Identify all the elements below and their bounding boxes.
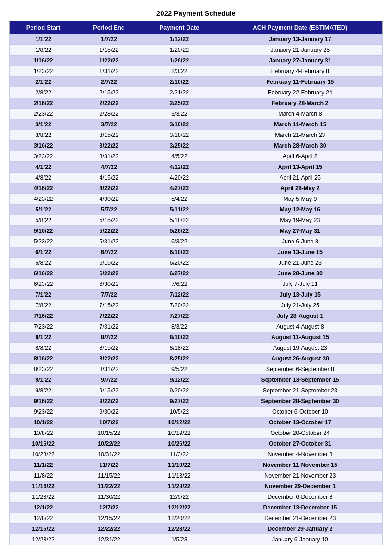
- table-row: 8/8/228/15/228/18/22August 19-August 23: [10, 343, 383, 354]
- ach-cell: January 13-January 17: [218, 34, 382, 45]
- period-start-cell: 4/16/22: [10, 183, 77, 194]
- payment-date-cell: 12/20/22: [141, 513, 218, 524]
- payment-date-cell: 8/18/22: [141, 343, 218, 354]
- table-row: 9/8/229/15/229/20/22September 21-Septemb…: [10, 385, 383, 396]
- table-row: 9/1/229/7/229/12/22September 13-Septembe…: [10, 375, 383, 385]
- ach-cell: September 28-September 30: [218, 396, 382, 407]
- ach-cell: December 29-January 2: [218, 524, 382, 534]
- ach-cell: October 20-October 24: [218, 428, 382, 439]
- payment-date-cell: 2/10/22: [141, 77, 218, 87]
- period-end-cell: 8/7/22: [77, 332, 141, 343]
- table-row: 10/8/2210/15/2210/19/22October 20-Octobe…: [10, 428, 383, 439]
- period-end-cell: 12/31/22: [77, 534, 141, 545]
- period-end-cell: 11/30/22: [77, 492, 141, 503]
- period-start-cell: 10/8/22: [10, 428, 77, 439]
- ach-cell: August 19-August 23: [218, 343, 382, 354]
- payment-date-cell: 4/5/22: [141, 151, 218, 162]
- period-start-cell: 3/16/22: [10, 141, 77, 151]
- period-end-cell: 1/22/22: [77, 56, 141, 66]
- table-row: 1/23/221/31/222/3/22February 4-February …: [10, 66, 383, 77]
- ach-cell: August 26-August 30: [218, 354, 382, 364]
- table-row: 12/23/2212/31/221/5/23January 6-January …: [10, 534, 383, 545]
- table-row: 7/16/227/22/227/27/22July 28-August 1: [10, 311, 383, 322]
- table-row: 5/8/225/15/225/18/22May 19-May 23: [10, 215, 383, 226]
- ach-cell: July 21-July 25: [218, 300, 382, 311]
- period-start-cell: 10/23/22: [10, 449, 77, 460]
- table-row: 1/16/221/22/221/26/22January 27-January …: [10, 56, 383, 66]
- period-end-cell: 11/15/22: [77, 471, 141, 481]
- ach-cell: December 13-December 15: [218, 503, 382, 513]
- ach-cell: July 7-July 11: [218, 279, 382, 290]
- period-start-cell: 4/23/22: [10, 194, 77, 205]
- ach-cell: October 13-October 17: [218, 417, 382, 428]
- ach-cell: May 5-May 9: [218, 194, 382, 205]
- period-end-cell: 7/22/22: [77, 311, 141, 322]
- payment-date-cell: 1/5/23: [141, 534, 218, 545]
- table-row: 6/16/226/22/226/27/22June 28-June 30: [10, 268, 383, 279]
- table-row: 5/23/225/31/226/3/22June 6-June 8: [10, 236, 383, 247]
- period-start-cell: 9/16/22: [10, 396, 77, 407]
- period-end-cell: 4/22/22: [77, 183, 141, 194]
- table-row: 1/1/221/7/221/12/22January 13-January 17: [10, 34, 383, 45]
- payment-date-cell: 5/11/22: [141, 205, 218, 215]
- period-end-cell: 2/15/22: [77, 87, 141, 98]
- period-end-cell: 3/7/22: [77, 119, 141, 130]
- period-end-cell: 10/22/22: [77, 439, 141, 449]
- period-end-cell: 12/15/22: [77, 513, 141, 524]
- table-row: 10/16/2210/22/2210/26/22October 27-Octob…: [10, 439, 383, 449]
- period-start-cell: 11/8/22: [10, 471, 77, 481]
- period-end-cell: 5/7/22: [77, 205, 141, 215]
- ach-cell: February 11-February 15: [218, 77, 382, 87]
- period-start-cell: 9/1/22: [10, 375, 77, 385]
- payment-date-cell: 7/6/22: [141, 279, 218, 290]
- period-start-cell: 3/1/22: [10, 119, 77, 130]
- ach-cell: June 28-June 30: [218, 268, 382, 279]
- table-row: 7/8/227/15/227/20/22July 21-July 25: [10, 300, 383, 311]
- table-header-row: Period Start Period End Payment Date ACH…: [10, 21, 383, 34]
- period-start-cell: 10/1/22: [10, 417, 77, 428]
- period-end-cell: 9/15/22: [77, 385, 141, 396]
- period-end-cell: 4/15/22: [77, 173, 141, 183]
- table-row: 11/8/2211/15/2211/18/22November 21-Novem…: [10, 471, 383, 481]
- payment-date-cell: 1/20/22: [141, 45, 218, 56]
- payment-date-cell: 8/10/22: [141, 332, 218, 343]
- period-start-cell: 8/23/22: [10, 364, 77, 375]
- period-end-cell: 2/7/22: [77, 77, 141, 87]
- period-end-cell: 7/7/22: [77, 290, 141, 300]
- period-start-cell: 5/23/22: [10, 236, 77, 247]
- table-row: 8/16/228/22/228/25/22August 26-August 30: [10, 354, 383, 364]
- payment-date-cell: 4/12/22: [141, 162, 218, 173]
- period-start-cell: 8/1/22: [10, 332, 77, 343]
- payment-date-cell: 2/21/22: [141, 87, 218, 98]
- ach-cell: August 4-August 8: [218, 322, 382, 332]
- table-row: 2/23/222/28/223/3/22March 4-March 8: [10, 109, 383, 119]
- period-start-cell: 2/8/22: [10, 87, 77, 98]
- payment-date-cell: 12/5/22: [141, 492, 218, 503]
- period-end-cell: 7/31/22: [77, 322, 141, 332]
- payment-date-cell: 6/20/22: [141, 258, 218, 268]
- ach-cell: April 21-April 25: [218, 173, 382, 183]
- ach-cell: December 6-December 8: [218, 492, 382, 503]
- payment-date-cell: 7/12/22: [141, 290, 218, 300]
- period-end-cell: 3/31/22: [77, 151, 141, 162]
- payment-date-cell: 10/26/22: [141, 439, 218, 449]
- period-start-cell: 1/16/22: [10, 56, 77, 66]
- ach-cell: April 13-April 15: [218, 162, 382, 173]
- table-row: 6/1/226/7/226/10/22June 13-June 15: [10, 247, 383, 258]
- payment-date-cell: 11/18/22: [141, 471, 218, 481]
- period-end-cell: 2/22/22: [77, 98, 141, 109]
- ach-cell: March 21-March 23: [218, 130, 382, 141]
- table-row: 3/23/223/31/224/5/22April 6-April 8: [10, 151, 383, 162]
- period-start-cell: 12/1/22: [10, 503, 77, 513]
- table-row: 7/1/227/7/227/12/22July 13-July 15: [10, 290, 383, 300]
- table-row: 6/8/226/15/226/20/22June 21-June 23: [10, 258, 383, 268]
- payment-date-cell: 2/3/22: [141, 66, 218, 77]
- payment-date-cell: 6/3/22: [141, 236, 218, 247]
- period-end-cell: 11/7/22: [77, 460, 141, 471]
- ach-cell: January 6-January 10: [218, 534, 382, 545]
- period-end-cell: 8/15/22: [77, 343, 141, 354]
- header-period-start: Period Start: [10, 21, 77, 34]
- table-row: 4/23/224/30/225/4/22May 5-May 9: [10, 194, 383, 205]
- period-end-cell: 9/30/22: [77, 407, 141, 417]
- payment-date-cell: 1/26/22: [141, 56, 218, 66]
